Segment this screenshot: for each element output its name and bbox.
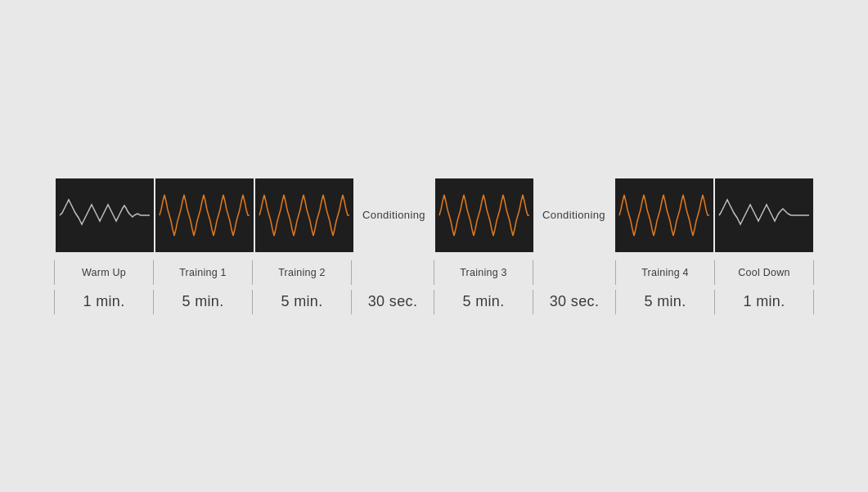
time-warm-up: 1 min.	[55, 293, 153, 310]
label-training-1: Training 1	[154, 267, 252, 278]
waveform-warm-up	[56, 178, 154, 252]
waveform-cool-down	[715, 178, 813, 252]
label-training-2: Training 2	[253, 267, 351, 278]
time-training-2: 5 min.	[253, 293, 351, 310]
time-training-1: 5 min.	[154, 293, 252, 310]
waveform-training-2	[255, 178, 353, 252]
time-training-3: 5 min.	[434, 293, 533, 310]
time-cool-down: 1 min.	[715, 293, 813, 310]
waveform-training-3	[435, 178, 533, 252]
labels-row: Warm Up Training 1 Training 2 Training 3…	[54, 260, 814, 285]
divider-time-end	[813, 290, 814, 314]
waveform-training-1	[155, 178, 254, 252]
divider-end	[813, 260, 814, 285]
label-warm-up: Warm Up	[55, 267, 153, 278]
times-row: 1 min. 5 min. 5 min. 30 sec. 5 min. 30 s…	[54, 290, 814, 314]
time-conditioning-2: 30 sec.	[533, 293, 615, 310]
divider-3	[351, 260, 352, 285]
conditioning-label-1: Conditioning	[353, 209, 435, 221]
label-cool-down: Cool Down	[715, 267, 813, 278]
label-training-3: Training 3	[434, 267, 533, 278]
time-training-4: 5 min.	[616, 293, 714, 310]
conditioning-label-2: Conditioning	[533, 209, 615, 221]
divider-5	[533, 260, 533, 285]
label-training-4: Training 4	[616, 267, 714, 278]
time-conditioning-1: 30 sec.	[352, 293, 434, 310]
workout-container: Conditioning Conditioning Warm	[54, 178, 814, 314]
waveforms-row: Conditioning Conditioning	[56, 178, 813, 252]
waveform-training-4	[615, 178, 713, 252]
